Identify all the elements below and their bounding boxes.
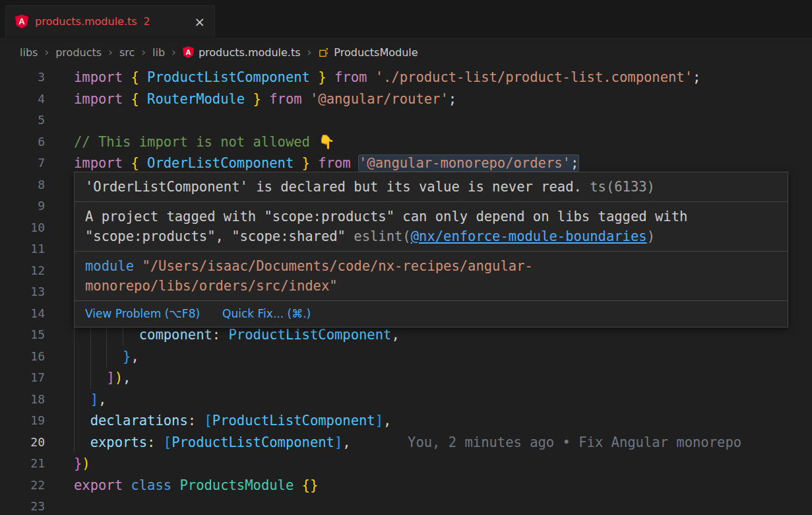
indent-guide [74,367,75,389]
hover-highlight: '@angular-monorepo/orders'; [359,155,578,171]
line-number[interactable]: 22 [0,475,45,497]
link-nx-rule[interactable]: @nx/enforce-module-boundaries [411,228,647,244]
code-token: export [74,477,131,493]
code-token [74,413,90,429]
code-line[interactable]: }, [74,346,812,368]
line-number[interactable]: 13 [0,281,45,303]
code-token: ; [571,155,578,171]
line-number[interactable]: 17 [0,367,45,389]
line-number[interactable]: 20 [0,432,45,454]
code-line[interactable] [74,496,812,515]
code-token: } [245,91,261,107]
code-line[interactable]: ]), [74,367,812,389]
breadcrumb-symbol[interactable]: ProductsModule [318,46,418,59]
line-number[interactable]: 3 [0,67,45,88]
hover-line: module "/Users/isaac/Documents/code/nx-r… [85,256,777,276]
line-number[interactable]: 15 [0,324,45,346]
git-blame-annotation: You, 2 minutes ago • Fix Angular monorep… [408,434,741,450]
line-number[interactable]: 14 [0,303,45,325]
code-token: {} [302,477,319,493]
code-line[interactable]: exports: [ProductListComponent],You, 2 m… [74,432,812,454]
code-line[interactable]: }) [74,453,812,475]
code-token: [ [204,413,212,429]
code-token: ProductListComponent [172,434,334,450]
line-number[interactable]: 7 [0,153,45,174]
line-number[interactable]: 21 [0,453,45,475]
code-token: component [139,327,212,343]
code-line[interactable]: // This import is not allowed 👇 [74,131,812,153]
indent-guide [90,346,91,368]
quick-fix-action[interactable]: Quick Fix... (⌘.) [222,306,311,322]
line-number[interactable]: 11 [0,238,45,260]
code-token: : [147,434,164,450]
line-number[interactable]: 19 [0,410,45,432]
line-number[interactable]: 18 [0,389,45,411]
breadcrumb-item-libs[interactable]: libs [20,46,38,59]
hover-section: 'OrderListComponent' is declared but its… [75,172,788,201]
code-token: , [123,370,131,386]
tab-bar: A products.module.ts 2 × [0,0,812,38]
line-number[interactable]: 6 [0,131,45,153]
hover-line: 'OrderListComponent' is declared but its… [85,177,777,197]
editor[interactable]: 34567891011121314151617181920212223 impo… [0,67,812,515]
code-line[interactable]: import { ProductListComponent } from './… [74,67,812,88]
breadcrumb-file-label: products.module.ts [199,46,301,59]
indent-guide [74,346,75,368]
code-token: , [342,434,350,450]
breadcrumb-item-src[interactable]: src [119,46,135,59]
code-token: RouterModule [147,91,245,107]
code-token: import [74,91,131,107]
hover-line: "scope:products", "scope:shared" eslint(… [85,226,777,246]
code-token: A project tagged with "scope:products" c… [85,209,687,224]
line-number[interactable]: 9 [0,195,45,217]
breadcrumb-item-lib[interactable]: lib [152,46,165,59]
line-number[interactable]: 8 [0,174,45,196]
code-token: OrderListComponent [147,155,294,171]
line-number[interactable]: 5 [0,110,45,131]
code-token: from [327,69,375,85]
chevron-right-icon: › [141,46,146,59]
code-token: monorepo/libs/orders/src/index" [85,278,338,294]
line-number[interactable]: 10 [0,217,45,239]
breadcrumb-symbol-label: ProductsModule [334,46,418,59]
line-number[interactable]: 16 [0,346,45,368]
view-problem-action[interactable]: View Problem (⌥F8) [85,306,200,322]
breadcrumb-item-products[interactable]: products [55,46,102,59]
code-line[interactable] [74,110,812,131]
hover-popup: 'OrderListComponent' is declared but its… [74,172,788,327]
code-token [74,349,123,364]
code-token: '@angular/router' [310,91,449,107]
code-token: ) [82,456,90,471]
code-token: 'OrderListComponent' is declared but its… [85,179,582,195]
line-number[interactable]: 4 [0,88,45,110]
code-token: eslint( [354,228,410,244]
line-number[interactable]: 23 [0,496,45,515]
code-token: ts(6133) [582,179,655,195]
code-token: '@angular-monorepo/orders' [359,155,571,171]
hover-section: A project tagged with "scope:products" c… [75,201,788,251]
breadcrumb-file[interactable]: A products.module.ts [183,46,301,59]
code-token: import [74,155,131,171]
code-token: ; [693,69,701,85]
code-token: { [131,91,147,107]
code-line[interactable]: export class ProductsModule {} [74,475,812,497]
hover-section: module "/Users/isaac/Documents/code/nx-r… [75,251,788,300]
code-token: import [74,69,131,85]
code-line[interactable]: import { RouterModule } from '@angular/r… [74,88,812,110]
code-token: } [74,456,82,471]
chevron-right-icon: › [307,46,312,59]
close-icon[interactable]: × [194,15,205,28]
hover-actions: View Problem (⌥F8) Quick Fix... (⌘.) [75,300,788,327]
line-number[interactable]: 12 [0,260,45,282]
code-token: declarations [90,413,188,429]
code-token: ] [334,434,342,450]
code-token: ) [647,228,655,244]
indent-guide [74,389,75,411]
tab-products-module[interactable]: A products.module.ts 2 × [5,5,215,37]
code-token: ] [106,370,114,386]
code-line[interactable]: import { OrderListComponent } from '@ang… [74,153,812,174]
code-token: "/Users/isaac/Documents/code/nx-recipes/… [142,258,532,274]
code-line[interactable]: ], [74,389,812,411]
code-line[interactable]: declarations: [ProductListComponent], [74,410,812,432]
chevron-right-icon: › [172,46,176,59]
